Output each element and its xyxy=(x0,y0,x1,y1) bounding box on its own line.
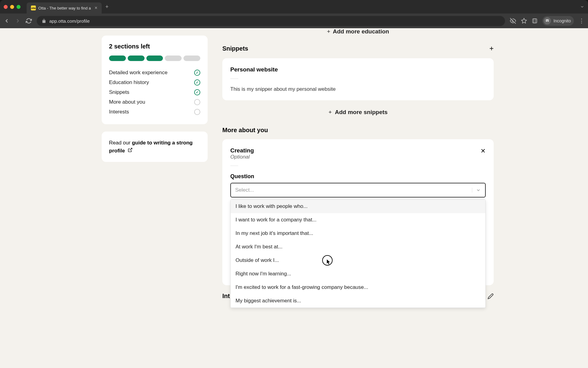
snippets-header: Snippets + xyxy=(222,42,494,55)
chevron-down-icon xyxy=(472,188,481,193)
new-tab-button[interactable]: + xyxy=(105,4,109,10)
check-icon xyxy=(194,89,200,95)
external-link-icon xyxy=(128,148,133,152)
close-tab-icon[interactable]: × xyxy=(95,5,97,11)
snippets-title: Snippets xyxy=(222,45,248,52)
checklist-label: Interests xyxy=(109,109,129,115)
browser-tab-bar: otta Otta - The better way to find a × + xyxy=(0,0,588,13)
incognito-badge[interactable]: Incognito xyxy=(542,16,574,26)
dropdown-option[interactable]: I want to work for a company that... xyxy=(231,213,485,227)
divider xyxy=(230,166,238,166)
sidebar: 2 sections left Detailed work experience… xyxy=(102,36,208,162)
checklist-item[interactable]: Detailed work experience xyxy=(109,68,200,78)
maximize-window-button[interactable] xyxy=(17,5,21,9)
more-about-you-title: More about you xyxy=(222,127,268,134)
dropdown-option[interactable]: My biggest achievement is... xyxy=(231,294,485,308)
tab-title: Otta - The better way to find a xyxy=(38,6,91,10)
checklist-item[interactable]: More about you xyxy=(109,97,200,107)
minimize-window-button[interactable] xyxy=(10,5,14,9)
sections-left-title: 2 sections left xyxy=(109,43,200,50)
question-dropdown: I like to work with people who... I want… xyxy=(230,199,486,308)
question-select[interactable]: Select... xyxy=(230,183,486,197)
dropdown-option[interactable]: I like to work with people who... xyxy=(231,200,485,213)
url-text: app.otta.com/profile xyxy=(49,18,90,24)
circle-icon xyxy=(194,109,200,115)
divider xyxy=(230,79,238,79)
favicon: otta xyxy=(31,6,36,10)
check-icon xyxy=(194,70,200,76)
incognito-label: Incognito xyxy=(553,18,571,23)
dropdown-option[interactable]: Outside of work I... xyxy=(231,254,485,267)
dropdown-option[interactable]: In my next job it's important that... xyxy=(231,227,485,240)
creating-title: Creating xyxy=(230,147,254,154)
back-button[interactable] xyxy=(4,18,10,24)
progress-pill xyxy=(109,56,126,61)
snippet-card-title: Personal website xyxy=(230,66,486,73)
checklist-label: Detailed work experience xyxy=(109,70,168,76)
browser-tab[interactable]: otta Otta - The better way to find a × xyxy=(27,2,102,13)
svg-point-4 xyxy=(548,21,549,22)
dropdown-option[interactable]: I'm excited to work for a fast-growing c… xyxy=(231,281,485,294)
select-placeholder: Select... xyxy=(235,187,254,193)
forward-button[interactable] xyxy=(15,18,21,24)
snippet-card: Personal website This is my snipper abou… xyxy=(222,58,494,100)
creating-card: Creating Optional ✕ Question Select... xyxy=(222,139,494,285)
check-icon xyxy=(194,79,200,86)
extension-icon[interactable] xyxy=(532,18,537,24)
add-education-button[interactable]: +Add more education xyxy=(222,28,494,35)
guide-prefix: Read our xyxy=(109,140,132,146)
dropdown-option[interactable]: Right now I'm learning... xyxy=(231,267,485,281)
add-more-snippets-label: Add more snippets xyxy=(335,109,388,116)
star-icon[interactable] xyxy=(521,18,527,24)
menu-dots-icon[interactable]: ⋮ xyxy=(579,17,584,24)
svg-rect-2 xyxy=(534,19,536,23)
more-about-you-header: More about you xyxy=(222,125,494,136)
main-content: +Add more education Snippets + Personal … xyxy=(222,36,494,302)
svg-rect-1 xyxy=(533,19,537,23)
interests-title: Int xyxy=(222,293,230,300)
tab-dropdown-icon[interactable] xyxy=(580,5,584,9)
close-window-button[interactable] xyxy=(4,5,8,9)
progress-pills xyxy=(109,56,200,61)
progress-pill xyxy=(165,56,182,61)
browser-toolbar: app.otta.com/profile Incognito ⋮ xyxy=(0,13,588,28)
checklist-item[interactable]: Education history xyxy=(109,78,200,87)
reload-button[interactable] xyxy=(26,18,32,24)
progress-pill xyxy=(146,56,163,61)
dropdown-option[interactable]: At work I'm best at... xyxy=(231,240,485,254)
checklist-item[interactable]: Interests xyxy=(109,107,200,117)
window-controls xyxy=(4,5,21,9)
cursor-icon xyxy=(327,259,331,265)
edit-icon[interactable] xyxy=(488,293,494,299)
guide-card: Read our guide to writing a strong profi… xyxy=(102,132,208,162)
add-more-snippets-button[interactable]: + Add more snippets xyxy=(328,109,387,116)
address-bar[interactable]: app.otta.com/profile xyxy=(37,16,505,26)
snippet-text: This is my snipper about my personal web… xyxy=(230,86,486,92)
optional-label: Optional xyxy=(230,154,254,160)
close-icon[interactable]: ✕ xyxy=(481,147,486,155)
progress-pill xyxy=(183,56,200,61)
checklist-label: Snippets xyxy=(109,89,129,95)
circle-icon xyxy=(194,99,200,105)
progress-card: 2 sections left Detailed work experience… xyxy=(102,36,208,124)
eye-off-icon[interactable] xyxy=(510,18,516,24)
incognito-icon xyxy=(544,17,551,25)
page: 2 sections left Detailed work experience… xyxy=(0,28,588,368)
add-education-label: Add more education xyxy=(333,28,389,35)
checklist-label: More about you xyxy=(109,99,145,105)
svg-marker-0 xyxy=(522,18,527,23)
plus-icon: + xyxy=(328,109,332,116)
question-label: Question xyxy=(230,173,486,180)
lock-icon xyxy=(42,19,46,23)
add-snippet-icon[interactable]: + xyxy=(489,44,494,53)
svg-point-3 xyxy=(546,21,547,22)
checklist-label: Education history xyxy=(109,79,149,86)
progress-pill xyxy=(128,56,145,61)
checklist-item[interactable]: Snippets xyxy=(109,87,200,97)
